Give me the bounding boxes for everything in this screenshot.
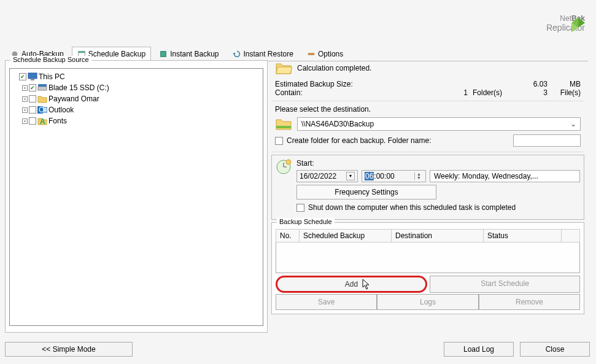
svg-text:O: O: [39, 106, 44, 114]
footer: << Simple Mode Load Log Close: [5, 342, 590, 357]
time-hour: 06: [365, 172, 374, 180]
destination-select[interactable]: \\NAS46AD30\Backup: [297, 117, 581, 131]
date-input[interactable]: 16/02/2022 ▾: [296, 170, 358, 182]
main-tabs: Auto-Backup Schedule Backup Instant Back…: [5, 47, 588, 61]
tree-item-this-pc[interactable]: ✔ This PC: [12, 71, 260, 82]
calc-status-row: Calculation completed.: [271, 60, 584, 76]
logs-button[interactable]: Logs: [377, 294, 478, 310]
drive-icon: [37, 83, 47, 92]
clock-icon: [276, 159, 292, 175]
source-tree[interactable]: ✔ This PC + ✔ Blade 15 SSD (C:) + Paywan…: [9, 68, 263, 326]
options-icon: [307, 50, 315, 58]
start-label: Start:: [296, 159, 580, 168]
source-panel: Schedule Backup Source ✔ This PC + ✔ Bla…: [5, 60, 268, 333]
backup-schedule-panel: Backup Schedule No. Scheduled Backup Des…: [271, 222, 584, 314]
calendar-dropdown-icon[interactable]: ▾: [346, 172, 355, 180]
save-button[interactable]: Save: [276, 294, 377, 310]
computer-icon: [28, 72, 37, 81]
svg-marker-1: [578, 18, 585, 28]
col-no[interactable]: No.: [276, 230, 300, 242]
tab-schedule-backup-label: Schedule Backup: [88, 50, 145, 58]
time-input[interactable]: 06:00:00 ▲▼: [362, 170, 426, 182]
folder-icon: [275, 117, 292, 131]
files-label: File(s): [548, 88, 581, 97]
load-log-button[interactable]: Load Log: [444, 342, 514, 357]
svg-rect-9: [28, 73, 37, 79]
svg-point-21: [286, 160, 291, 165]
tab-options[interactable]: Options: [301, 47, 349, 61]
tab-instant-restore-label: Instant Restore: [244, 50, 293, 58]
svg-rect-12: [38, 84, 47, 87]
table-row[interactable]: [276, 242, 580, 273]
frequency-settings-button[interactable]: Frequency Settings: [296, 185, 436, 199]
calc-status-text: Calculation completed.: [297, 64, 371, 72]
stats-block: Estimated Backup Size: 6.03 MB Contain: …: [271, 79, 584, 98]
outlook-icon: O: [37, 106, 47, 114]
contain-label: Contain:: [275, 88, 455, 97]
schedule-settings: Start: 16/02/2022 ▾ 06:00:00 ▲▼ Weekly: …: [271, 155, 584, 220]
add-button-label: Add: [345, 280, 358, 288]
col-status[interactable]: Status: [484, 230, 562, 242]
svg-text:A: A: [40, 117, 45, 125]
simple-mode-button[interactable]: << Simple Mode: [5, 342, 133, 357]
app-logo-icon: [571, 17, 585, 38]
checkbox-icon[interactable]: [29, 106, 36, 114]
add-button[interactable]: Add: [276, 276, 427, 293]
expand-icon[interactable]: +: [22, 118, 28, 124]
svg-rect-17: [276, 126, 291, 128]
expand-icon[interactable]: +: [22, 96, 28, 102]
app-name-1: Net: [560, 14, 571, 23]
date-value: 16/02/2022: [300, 172, 336, 180]
remove-button[interactable]: Remove: [479, 294, 580, 310]
tree-label: Fonts: [48, 117, 67, 125]
tree-label: Outlook: [48, 106, 74, 114]
tab-instant-restore[interactable]: Instant Restore: [227, 47, 299, 61]
checkbox-icon[interactable]: [29, 117, 36, 125]
est-size-value: 6.03: [511, 80, 548, 88]
est-size-label: Estimated Backup Size:: [275, 80, 511, 88]
fonts-icon: A: [37, 117, 47, 125]
tree-item-user[interactable]: + Paywand Omar: [12, 93, 260, 104]
tab-options-label: Options: [318, 50, 343, 58]
restore-icon: [233, 50, 241, 58]
tree-label: This PC: [39, 72, 65, 81]
folder-open-icon: [275, 61, 292, 75]
tab-instant-backup-label: Instant Backup: [170, 50, 219, 58]
app-header: NetBak Replicator: [546, 6, 585, 33]
svg-marker-7: [233, 52, 236, 54]
shutdown-checkbox[interactable]: [296, 204, 304, 212]
start-schedule-button[interactable]: Start Schedule: [430, 276, 580, 293]
expand-icon[interactable]: +: [22, 85, 28, 91]
backup-schedule-title: Backup Schedule: [277, 218, 335, 225]
checkbox-icon[interactable]: ✔: [19, 73, 26, 80]
create-folder-label: Create folder for each backup. Folder na…: [287, 136, 431, 145]
svg-rect-6: [161, 52, 166, 57]
svg-rect-11: [38, 87, 47, 90]
tree-item-drive[interactable]: + ✔ Blade 15 SSD (C:): [12, 82, 260, 93]
tab-instant-backup[interactable]: Instant Backup: [153, 47, 224, 61]
checkbox-icon[interactable]: ✔: [29, 84, 36, 91]
dest-prompt: Please select the destination.: [275, 105, 581, 114]
folders-count: 1: [455, 88, 468, 97]
create-folder-checkbox[interactable]: [275, 137, 283, 145]
recurrence-display: Weekly: Monday, Wednesday,...: [430, 170, 580, 182]
backup-icon: [159, 50, 168, 58]
tree-item-outlook[interactable]: + O Outlook: [12, 104, 260, 115]
col-backup[interactable]: Scheduled Backup: [300, 230, 392, 242]
close-button[interactable]: Close: [520, 342, 590, 357]
folder-icon: [37, 95, 47, 103]
time-spinner[interactable]: ▲▼: [414, 172, 423, 180]
svg-rect-5: [78, 52, 85, 53]
col-dest[interactable]: Destination: [392, 230, 484, 242]
checkbox-icon[interactable]: [29, 95, 36, 103]
destination-path: \\NAS46AD30\Backup: [301, 120, 374, 128]
svg-rect-10: [31, 79, 34, 80]
svg-rect-8: [308, 53, 315, 55]
tree-label: Blade 15 SSD (C:): [48, 83, 109, 92]
est-size-unit: MB: [548, 80, 581, 88]
col-spacer: [562, 230, 580, 242]
folder-name-input[interactable]: [513, 134, 581, 147]
tree-item-fonts[interactable]: + A Fonts: [12, 115, 260, 126]
folders-label: Folder(s): [468, 88, 511, 97]
expand-icon[interactable]: +: [22, 107, 28, 113]
